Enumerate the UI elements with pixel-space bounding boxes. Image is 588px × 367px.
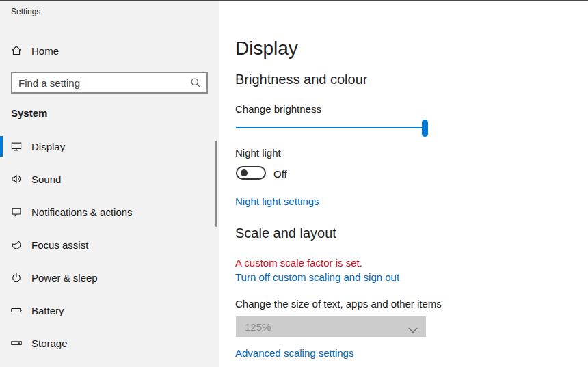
custom-scale-warning: A custom scale factor is set. xyxy=(235,257,362,269)
sidebar-item-label: Focus assist xyxy=(31,239,88,251)
toggle-knob xyxy=(241,169,248,176)
page-title: Display xyxy=(235,38,298,59)
night-light-state: Off xyxy=(273,168,287,180)
settings-window: Settings Home System xyxy=(0,0,588,367)
display-icon xyxy=(10,140,23,152)
scale-dropdown-value: 125% xyxy=(245,321,271,333)
sidebar-item-label: Notifications & actions xyxy=(31,206,133,218)
scale-section-heading: Scale and layout xyxy=(235,226,336,241)
sound-icon xyxy=(10,173,23,185)
change-size-label: Change the size of text, apps and other … xyxy=(235,298,442,310)
battery-icon xyxy=(10,304,23,316)
sidebar-item-sound[interactable]: Sound xyxy=(0,169,219,189)
sidebar-item-display[interactable]: Display xyxy=(0,136,219,157)
chevron-down-icon xyxy=(408,324,418,330)
sidebar-scrollbar[interactable] xyxy=(215,141,217,227)
search-box xyxy=(11,72,208,94)
sidebar-item-notifications[interactable]: Notifications & actions xyxy=(0,202,219,222)
sidebar: Settings Home System xyxy=(0,1,219,367)
turn-off-custom-scaling-link[interactable]: Turn off custom scaling and sign out xyxy=(235,271,399,283)
search-icon[interactable] xyxy=(190,77,201,88)
sidebar-item-battery[interactable]: Battery xyxy=(0,300,219,321)
sidebar-item-power-sleep[interactable]: Power & sleep xyxy=(0,267,219,288)
home-icon xyxy=(10,44,23,57)
notifications-icon xyxy=(10,206,23,218)
sidebar-item-label: Power & sleep xyxy=(31,272,98,284)
night-light-label: Night light xyxy=(235,147,281,159)
sidebar-item-label: Sound xyxy=(31,174,61,185)
sidebar-item-label: Display xyxy=(31,141,65,152)
brightness-slider[interactable] xyxy=(236,120,429,137)
focus-assist-icon xyxy=(10,239,23,251)
app-title: Settings xyxy=(11,7,40,16)
sidebar-item-label: Storage xyxy=(31,338,68,349)
brightness-section-heading: Brightness and colour xyxy=(235,72,367,87)
selected-accent-bar xyxy=(0,136,3,157)
sidebar-item-focus-assist[interactable]: Focus assist xyxy=(0,234,219,255)
brightness-slider-thumb[interactable] xyxy=(422,120,428,137)
sidebar-item-label: Battery xyxy=(31,305,64,316)
sidebar-item-home[interactable]: Home xyxy=(0,40,219,61)
main-content: Display Brightness and colour Change bri… xyxy=(219,1,588,367)
search-input[interactable] xyxy=(12,73,206,92)
advanced-scaling-settings-link[interactable]: Advanced scaling settings xyxy=(235,347,353,359)
brightness-slider-track[interactable] xyxy=(236,127,423,128)
storage-icon xyxy=(10,337,23,349)
section-header-system: System xyxy=(11,107,47,119)
sidebar-item-label: Home xyxy=(31,45,59,57)
sidebar-item-storage[interactable]: Storage xyxy=(0,333,219,353)
change-brightness-label: Change brightness xyxy=(235,103,321,115)
night-light-settings-link[interactable]: Night light settings xyxy=(235,195,319,207)
scale-dropdown[interactable]: 125% xyxy=(236,316,426,337)
power-icon xyxy=(10,271,23,284)
night-light-toggle[interactable] xyxy=(236,166,266,180)
